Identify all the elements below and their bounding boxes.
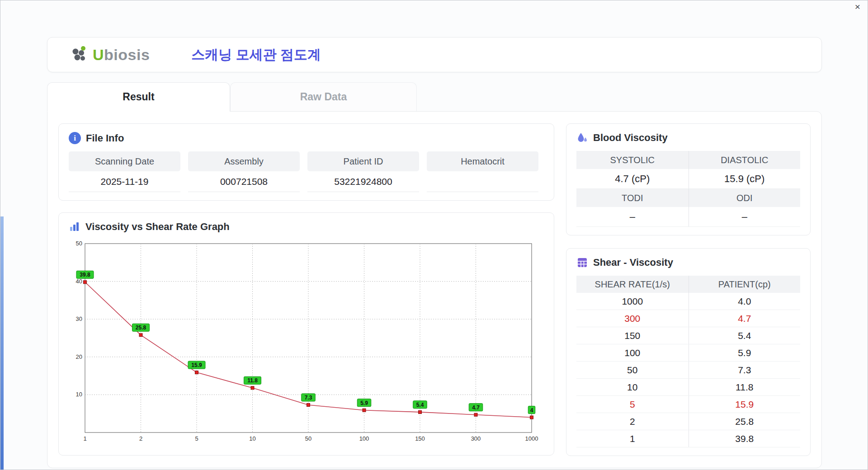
shear-viscosity-row: 515.9 [576, 396, 800, 413]
graph-title: Viscosity vs Shear Rate Graph [85, 221, 230, 233]
svg-text:5.4: 5.4 [416, 402, 424, 408]
field-label: Patient ID [307, 151, 419, 171]
field-label: Assembly [188, 151, 300, 171]
shear-viscosity-row: 225.8 [576, 413, 800, 430]
todi-label: TODI [576, 189, 689, 207]
shear-rate-value: 1000 [576, 293, 689, 310]
field-assembly: Assembly 000721508 [188, 151, 300, 192]
droplet-icon [576, 132, 588, 144]
svg-text:2: 2 [139, 435, 142, 442]
field-label: Hematocrit [427, 151, 538, 171]
svg-text:39.8: 39.8 [80, 272, 90, 278]
shear-viscosity-row: 507.3 [576, 362, 800, 379]
field-scanning-date: Scanning Date 2025-11-19 [69, 151, 180, 192]
svg-text:5: 5 [195, 435, 198, 442]
field-hematocrit: Hematocrit [427, 151, 538, 192]
svg-text:10: 10 [76, 391, 82, 398]
svg-text:100: 100 [359, 435, 369, 442]
blood-viscosity-table: SYSTOLIC DIASTOLIC 4.7 (cP) 15.9 (cP) TO… [576, 151, 800, 227]
svg-text:1000: 1000 [525, 435, 538, 442]
shear-viscosity-row: 1505.4 [576, 327, 800, 344]
ubiosis-logo-icon [69, 45, 89, 65]
file-info-title-row: i File Info [69, 132, 544, 144]
viscosity-chart: 10203040501251050100150300100039.825.815… [69, 237, 539, 445]
close-icon[interactable]: × [855, 2, 860, 11]
field-label: Scanning Date [69, 151, 180, 171]
svg-text:40: 40 [76, 278, 82, 285]
chart-area: 10203040501251050100150300100039.825.815… [69, 237, 544, 447]
field-value: 000721508 [188, 171, 300, 192]
svg-text:15.9: 15.9 [191, 362, 202, 368]
background-window-edge [0, 216, 4, 470]
shear-rate-value: 2 [576, 413, 689, 430]
result-panel: i File Info Scanning Date 2025-11-19 Ass… [47, 111, 822, 468]
blood-viscosity-title-row: Blood Viscosity [576, 132, 800, 144]
shear-rate-value: 150 [576, 327, 689, 344]
brand-name: Ubiosis [93, 46, 150, 64]
shear-viscosity-row: 139.8 [576, 430, 800, 447]
shear-rate-column-header: SHEAR RATE(1/s) [576, 276, 689, 293]
blood-viscosity-card: Blood Viscosity SYSTOLIC DIASTOLIC 4.7 (… [566, 123, 811, 235]
shear-rate-value: 100 [576, 344, 689, 361]
table-grid-icon [576, 257, 588, 268]
svg-text:300: 300 [471, 435, 481, 442]
info-icon: i [69, 132, 81, 144]
field-value: 2025-11-19 [69, 171, 180, 192]
graph-title-row: Viscosity vs Shear Rate Graph [69, 221, 544, 233]
shear-viscosity-row: 10004.0 [576, 293, 800, 310]
shear-rate-value: 1 [576, 430, 689, 447]
svg-text:25.8: 25.8 [136, 324, 146, 331]
patient-viscosity-value: 15.9 [689, 396, 801, 413]
svg-text:4: 4 [530, 407, 533, 414]
patient-viscosity-value: 4.7 [689, 310, 801, 327]
patient-viscosity-value: 4.0 [689, 293, 801, 310]
shear-viscosity-row: 3004.7 [576, 310, 800, 327]
window-titlebar: × [0, 0, 868, 13]
bar-chart-icon [69, 221, 80, 233]
tab-result[interactable]: Result [47, 82, 230, 112]
file-info-fields: Scanning Date 2025-11-19 Assembly 000721… [69, 151, 544, 192]
tab-raw-data[interactable]: Raw Data [230, 82, 417, 111]
field-value [427, 171, 538, 192]
svg-text:50: 50 [305, 435, 311, 442]
field-patient-id: Patient ID 53221924800 [307, 151, 419, 192]
brand-logo: Ubiosis [69, 45, 150, 65]
field-value: 53221924800 [307, 171, 419, 192]
svg-text:10: 10 [249, 435, 255, 442]
svg-text:150: 150 [415, 435, 425, 442]
shear-rate-value: 300 [576, 310, 689, 327]
shear-rate-value: 5 [576, 396, 689, 413]
svg-text:1: 1 [83, 435, 86, 442]
tab-bar: Result Raw Data [47, 82, 822, 111]
shear-table-header: SHEAR RATE(1/s) PATIENT(cp) [576, 276, 800, 293]
odi-value: – [689, 207, 801, 227]
odi-label: ODI [689, 189, 801, 207]
file-info-title: File Info [86, 132, 124, 144]
viscosity-graph-card: Viscosity vs Shear Rate Graph 1020304050… [58, 212, 554, 456]
shear-viscosity-title-row: Shear - Viscosity [576, 257, 800, 268]
shear-viscosity-row: 1011.8 [576, 379, 800, 396]
patient-viscosity-value: 7.3 [689, 362, 801, 378]
patient-column-header: PATIENT(cp) [689, 276, 801, 293]
svg-text:4.7: 4.7 [472, 404, 480, 411]
main-container: Ubiosis 스캐닝 모세관 점도계 Result Raw Data i Fi… [47, 37, 822, 468]
patient-viscosity-value: 5.4 [689, 327, 801, 344]
patient-viscosity-value: 11.8 [689, 379, 801, 395]
shear-rate-value: 50 [576, 362, 689, 378]
shear-viscosity-card: Shear - Viscosity SHEAR RATE(1/s) PATIEN… [566, 248, 811, 456]
patient-viscosity-value: 25.8 [689, 413, 801, 430]
shear-viscosity-row: 1005.9 [576, 344, 800, 362]
svg-text:50: 50 [76, 240, 82, 247]
shear-viscosity-title: Shear - Viscosity [593, 257, 673, 268]
svg-text:30: 30 [76, 315, 82, 322]
todi-value: – [576, 207, 689, 227]
patient-viscosity-value: 5.9 [689, 344, 801, 361]
patient-viscosity-value: 39.8 [689, 430, 801, 447]
page-title: 스캐닝 모세관 점도계 [191, 46, 321, 64]
app-header: Ubiosis 스캐닝 모세관 점도계 [47, 37, 822, 72]
systolic-value: 4.7 (cP) [576, 169, 689, 189]
file-info-card: i File Info Scanning Date 2025-11-19 Ass… [58, 123, 554, 201]
diastolic-value: 15.9 (cP) [689, 169, 801, 189]
diastolic-label: DIASTOLIC [689, 151, 801, 169]
shear-rate-value: 10 [576, 379, 689, 395]
